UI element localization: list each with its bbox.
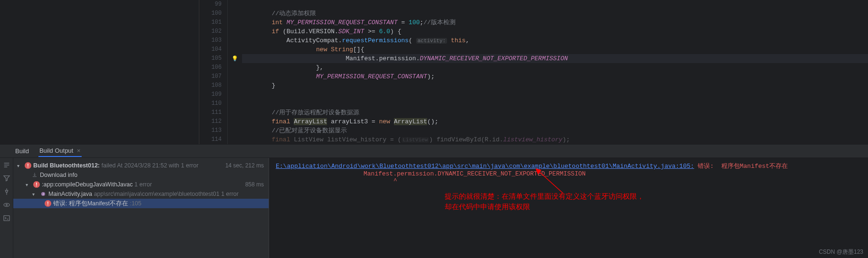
hint-cell — [228, 108, 242, 117]
code-line[interactable]: Manifest.permission.DYNAMIC_RECEIVER_NOT… — [242, 54, 868, 63]
code-line[interactable]: } — [242, 81, 868, 90]
code-line[interactable]: if (Build.VERSION.SDK_INT >= 6.0) { — [242, 27, 868, 36]
terminal-icon[interactable] — [2, 214, 11, 222]
hint-cell — [228, 63, 242, 72]
tree-file-label: MainActivity.java app\src\main\java\com\… — [48, 191, 239, 197]
build-panel: Build Build Output × ▾ ! Build Bluetooth… — [0, 144, 868, 258]
error-icon: ! — [45, 200, 51, 207]
svg-point-1 — [6, 204, 7, 206]
code-line[interactable]: }, — [242, 63, 868, 72]
user-annotation: 提示的就很清楚：在清单文件里面没有定义这个蓝牙访问权限， 却在代码中申请使用该权… — [445, 191, 644, 212]
tree-task-duration: 858 ms — [245, 181, 269, 188]
line-number: 105 — [199, 54, 222, 63]
code-line[interactable] — [242, 0, 868, 9]
tree-root[interactable]: ▾ ! Build Bluetoothtest012: failed At 20… — [13, 161, 269, 170]
hint-cell — [228, 45, 242, 54]
line-number: 110 — [199, 99, 222, 108]
error-message-head: 错误: 程序包Manifest不存在 — [694, 163, 788, 170]
svg-text:J: J — [43, 193, 44, 195]
output-line-1: E:\application\Android\work\Bluetoothtes… — [276, 162, 861, 170]
annotation-line1: 提示的就很清楚：在清单文件里面没有定义这个蓝牙访问权限， — [445, 191, 644, 202]
watermark: CSDN @唐墨123 — [819, 248, 863, 256]
eye-icon[interactable] — [2, 201, 11, 209]
line-number: 111 — [199, 108, 222, 117]
code-line[interactable]: final ArrayList arrayList3 = new ArrayLi… — [242, 117, 868, 126]
code-line[interactable]: //用于存放远程配对设备数据源 — [242, 108, 868, 117]
tool-strip — [0, 158, 13, 258]
annotation-line2: 却在代码中申请使用该权限 — [445, 202, 644, 212]
hint-cell — [228, 72, 242, 81]
hint-column: 💡 — [228, 0, 242, 144]
line-number: 102 — [199, 27, 222, 36]
build-output[interactable]: E:\application\Android\work\Bluetoothtes… — [269, 158, 868, 258]
hint-cell — [228, 126, 242, 135]
code-line[interactable]: final ListView listView_history = (ListV… — [242, 135, 868, 144]
code-line[interactable] — [242, 99, 868, 108]
code-panel[interactable]: 9910010110210310410510610710810911011111… — [199, 0, 868, 144]
hint-cell: 💡 — [228, 54, 242, 63]
error-icon: ! — [25, 162, 31, 169]
editor-left-margin — [0, 0, 199, 144]
output-caret: ^ — [276, 177, 861, 184]
chevron-down-icon[interactable]: ▾ — [26, 182, 31, 187]
code-line[interactable]: int MY_PERMISSION_REQUEST_CONSTANT = 100… — [242, 18, 868, 27]
tree-file[interactable]: ▾ J MainActivity.java app\src\main\java\… — [13, 189, 269, 199]
chevron-down-icon[interactable]: ▾ — [32, 192, 38, 197]
line-number: 107 — [199, 72, 222, 81]
filter-icon[interactable] — [2, 174, 11, 183]
line-number: 103 — [199, 36, 222, 45]
line-number: 100 — [199, 9, 222, 18]
panel-body: ▾ ! Build Bluetoothtest012: failed At 20… — [0, 158, 868, 258]
tree-task[interactable]: ▾ ! :app:compileDebugJavaWithJavac 1 err… — [13, 180, 269, 189]
hint-cell — [228, 9, 242, 18]
hint-cell — [228, 99, 242, 108]
tree-error-label: 错误: 程序包Manifest不存在 :105 — [53, 200, 141, 208]
build-tree: ▾ ! Build Bluetoothtest012: failed At 20… — [13, 158, 269, 258]
tree-download[interactable]: Download info — [13, 170, 269, 180]
output-line-2: Manifest.permission.DYNAMIC_RECEIVER_NOT… — [276, 170, 861, 177]
line-number: 112 — [199, 117, 222, 126]
tree-root-label: Build Bluetoothtest012: failed At 2024/3… — [33, 162, 198, 169]
error-file-link[interactable]: E:\application\Android\work\Bluetoothtes… — [276, 163, 694, 170]
tree-task-label: :app:compileDebugJavaWithJavac 1 error — [42, 181, 152, 188]
hint-cell — [228, 27, 242, 36]
tree-root-duration: 14 sec, 212 ms — [225, 162, 269, 169]
chevron-down-icon[interactable]: ▾ — [17, 163, 23, 168]
line-number: 106 — [199, 63, 222, 72]
editor-area: 9910010110210310410510610710810911011111… — [0, 0, 868, 144]
download-icon — [31, 172, 38, 178]
hint-cell — [228, 81, 242, 90]
tab-build[interactable]: Build — [14, 146, 30, 157]
line-number: 99 — [199, 0, 222, 9]
tree-download-label: Download info — [40, 172, 77, 178]
line-number: 109 — [199, 90, 222, 99]
code-lines[interactable]: //动态添加权限 int MY_PERMISSION_REQUEST_CONST… — [242, 0, 868, 144]
svg-rect-2 — [4, 216, 9, 221]
hint-cell — [228, 36, 242, 45]
text-icon[interactable] — [2, 161, 11, 169]
code-line[interactable] — [242, 90, 868, 99]
lightbulb-icon[interactable]: 💡 — [232, 56, 238, 62]
java-file-icon: J — [40, 191, 47, 197]
tab-build-output[interactable]: Build Output × — [38, 145, 82, 157]
code-line[interactable]: //已配对蓝牙设备数据显示 — [242, 126, 868, 135]
code-line[interactable]: MY_PERMISSION_REQUEST_CONSTANT); — [242, 72, 868, 81]
hint-cell — [228, 117, 242, 126]
tab-build-output-label: Build Output — [39, 147, 74, 154]
line-number-gutter: 9910010110210310410510610710810911011111… — [199, 0, 228, 144]
code-line[interactable]: ActivityCompat.requestPermissions( activ… — [242, 36, 868, 45]
code-line[interactable]: //动态添加权限 — [242, 9, 868, 18]
code-line[interactable]: new String[]{ — [242, 45, 868, 54]
line-number: 114 — [199, 135, 222, 144]
hint-cell — [228, 0, 242, 9]
panel-tab-bar: Build Build Output × — [0, 145, 868, 158]
pin-icon[interactable] — [2, 187, 11, 196]
hint-cell — [228, 135, 242, 144]
line-number: 104 — [199, 45, 222, 54]
svg-point-0 — [4, 203, 9, 207]
tree-error-item[interactable]: ! 错误: 程序包Manifest不存在 :105 — [13, 199, 269, 208]
close-icon[interactable]: × — [77, 147, 81, 154]
line-number: 108 — [199, 81, 222, 90]
line-number: 113 — [199, 126, 222, 135]
hint-cell — [228, 90, 242, 99]
